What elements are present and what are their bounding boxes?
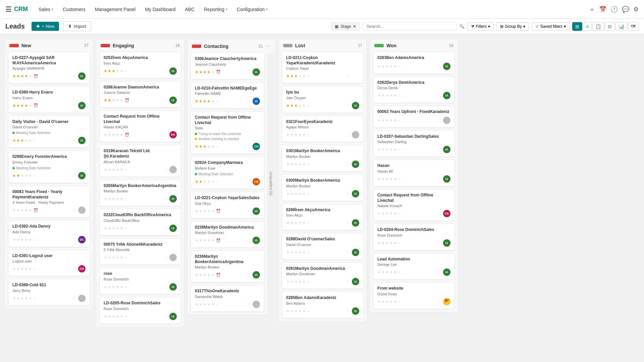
star-1[interactable]: ★ bbox=[377, 211, 381, 216]
star-4[interactable]: ★ bbox=[207, 302, 211, 307]
graph-view-button[interactable]: 📊 bbox=[615, 22, 627, 31]
star-3[interactable]: ★ bbox=[112, 98, 115, 103]
card-stars[interactable]: ★★★★★ bbox=[377, 211, 397, 216]
star-4[interactable]: ★ bbox=[116, 196, 119, 201]
table-row[interactable]: 0301Marilyn BookerAmericaMarilyn Booker★… bbox=[282, 145, 364, 172]
table-row[interactable]: LD-0211-Coşkun YaşarKaradenizKaradenizCo… bbox=[282, 52, 364, 83]
list-view-button[interactable]: ≡ bbox=[583, 22, 592, 31]
star-3[interactable]: ★ bbox=[20, 237, 24, 242]
star-4[interactable]: ★ bbox=[207, 209, 211, 214]
heart-button[interactable]: ♡ bbox=[247, 99, 251, 104]
heart-button[interactable]: ♡ bbox=[346, 250, 350, 255]
star-4[interactable]: ★ bbox=[207, 70, 211, 74]
star-5[interactable]: ★ bbox=[29, 74, 32, 78]
card-stars[interactable]: ★★★★★ bbox=[286, 279, 306, 284]
heart-button[interactable]: ♡ bbox=[163, 196, 167, 201]
table-row[interactable]: LD-0391-Logout userLogout user★★★★★○♡CH bbox=[8, 250, 90, 277]
kanban-view-button[interactable]: ⊞ bbox=[572, 22, 582, 31]
star-4[interactable]: ★ bbox=[24, 296, 28, 301]
star-1[interactable]: ★ bbox=[195, 99, 199, 104]
table-row[interactable]: LD-0221-Coşkun YaşarSalesSalesSıla Okçu★… bbox=[191, 192, 264, 219]
card-stars[interactable]: ★★★★★ bbox=[286, 162, 306, 167]
star-4[interactable]: ★ bbox=[24, 74, 28, 78]
star-2[interactable]: ★ bbox=[381, 93, 385, 98]
card-stars[interactable]: ★★★★★ bbox=[104, 196, 123, 201]
star-3[interactable]: ★ bbox=[20, 138, 24, 143]
star-2[interactable]: ★ bbox=[199, 238, 203, 243]
heart-button[interactable]: ♡ bbox=[437, 147, 441, 152]
star-4[interactable]: ★ bbox=[389, 118, 393, 123]
star-3[interactable]: ★ bbox=[385, 299, 389, 304]
chat-icon[interactable]: 💬 bbox=[622, 6, 629, 13]
card-stars[interactable]: ★★★★★ bbox=[286, 132, 306, 137]
star-3[interactable]: ★ bbox=[294, 221, 298, 225]
star-5[interactable]: ★ bbox=[211, 144, 215, 149]
star-3[interactable]: ★ bbox=[203, 209, 207, 214]
table-row[interactable]: LD-0389-Cold 911Jerry Berry★★★★★○♡ bbox=[8, 279, 90, 306]
star-5[interactable]: ★ bbox=[393, 64, 397, 69]
table-row[interactable]: 0252İrem AkçuAmericaİrem Akçu★★★★★○♡IA bbox=[99, 52, 181, 78]
star-5[interactable]: ★ bbox=[302, 309, 306, 313]
star-4[interactable]: ★ bbox=[298, 221, 302, 225]
table-row[interactable]: From websiteGüzel İnsan★★★★★○♡🚩 bbox=[373, 282, 455, 309]
star-3[interactable]: ★ bbox=[20, 208, 24, 213]
star-2[interactable]: ★ bbox=[290, 162, 294, 167]
star-1[interactable]: ★ bbox=[286, 74, 290, 78]
table-row[interactable]: 0321FourEyesKaradenizAgape Wilson★★★★★○♡ bbox=[282, 116, 364, 142]
table-row[interactable]: HasanHasan Ali★★★★★○♡IA bbox=[373, 160, 455, 186]
star-5[interactable]: ★ bbox=[29, 296, 32, 301]
table-row[interactable]: 0288Joanne DawsonAmericaJoanne Dawson★★★… bbox=[99, 81, 181, 108]
nav-sales[interactable]: Sales ▾ bbox=[35, 4, 57, 15]
card-stars[interactable]: ★★★★★ bbox=[104, 314, 123, 319]
card-stars[interactable]: ★★★★★ bbox=[104, 132, 123, 137]
star-5[interactable]: ★ bbox=[120, 167, 123, 172]
star-3[interactable]: ★ bbox=[203, 302, 207, 307]
star-1[interactable]: ★ bbox=[195, 144, 199, 149]
star-4[interactable]: ★ bbox=[389, 147, 393, 152]
heart-button[interactable]: ♡ bbox=[437, 270, 441, 275]
card-stars[interactable]: ★★★★★ bbox=[195, 70, 215, 74]
star-5[interactable]: ★ bbox=[393, 241, 397, 245]
star-2[interactable]: ★ bbox=[108, 132, 111, 137]
table-row[interactable]: LD-0390-Harry EvansHarry Evans★★★★★⏰♡IA bbox=[8, 86, 90, 113]
star-2[interactable]: ★ bbox=[290, 191, 294, 196]
card-stars[interactable]: ★★★★★ bbox=[104, 69, 123, 73]
star-1[interactable]: ★ bbox=[12, 266, 16, 271]
star-4[interactable]: ★ bbox=[389, 241, 393, 245]
star-1[interactable]: ★ bbox=[104, 132, 107, 137]
table-row[interactable]: 0285Ben AdamsKaradenizBen Adams★★★★★○♡IA bbox=[282, 292, 364, 318]
star-2[interactable]: ★ bbox=[381, 177, 385, 181]
heart-button[interactable]: ♡ bbox=[437, 240, 441, 245]
star-2[interactable]: ★ bbox=[199, 179, 203, 184]
card-stars[interactable]: ★★★★★ bbox=[104, 255, 123, 260]
star-2[interactable]: ★ bbox=[381, 118, 385, 123]
star-4[interactable]: ★ bbox=[207, 99, 211, 104]
nav-customers[interactable]: Customers bbox=[59, 4, 90, 15]
star-4[interactable]: ★ bbox=[298, 191, 302, 196]
star-2[interactable]: ★ bbox=[108, 98, 111, 103]
plus-icon[interactable]: ＋ bbox=[589, 5, 595, 13]
unqualified-bar[interactable]: Unqualified (0) bbox=[267, 53, 275, 314]
star-3[interactable]: ★ bbox=[112, 167, 115, 172]
table-row[interactable]: roseRose Dominich★★★★★○♡IA bbox=[99, 267, 181, 294]
star-4[interactable]: ★ bbox=[207, 273, 211, 277]
star-5[interactable]: ★ bbox=[120, 285, 123, 289]
heart-button[interactable]: ♡ bbox=[247, 238, 251, 243]
star-2[interactable]: ★ bbox=[16, 74, 20, 78]
star-5[interactable]: ★ bbox=[302, 221, 306, 225]
star-1[interactable]: ★ bbox=[104, 314, 107, 319]
app-logo[interactable]: ☰ CRM bbox=[5, 5, 28, 13]
nav-abc[interactable]: ABC bbox=[181, 4, 199, 15]
table-row[interactable]: 0319Karacan Tekstil Ltd. Şti.KaradenizAl… bbox=[99, 145, 181, 177]
star-4[interactable]: ★ bbox=[116, 69, 119, 73]
star-3[interactable]: ★ bbox=[203, 70, 207, 74]
card-stars[interactable]: ★★★★★ bbox=[195, 179, 215, 184]
table-row[interactable]: Contact Request from Offline LivechatHas… bbox=[99, 110, 181, 142]
star-1[interactable]: ★ bbox=[286, 309, 290, 313]
star-4[interactable]: ★ bbox=[298, 74, 302, 78]
activity-view-button[interactable]: 📋 bbox=[592, 22, 604, 31]
heart-button[interactable]: ♡ bbox=[437, 299, 441, 304]
star-4[interactable]: ★ bbox=[389, 93, 393, 98]
star-3[interactable]: ★ bbox=[112, 285, 115, 289]
card-stars[interactable]: ★★★★★ bbox=[104, 285, 123, 289]
